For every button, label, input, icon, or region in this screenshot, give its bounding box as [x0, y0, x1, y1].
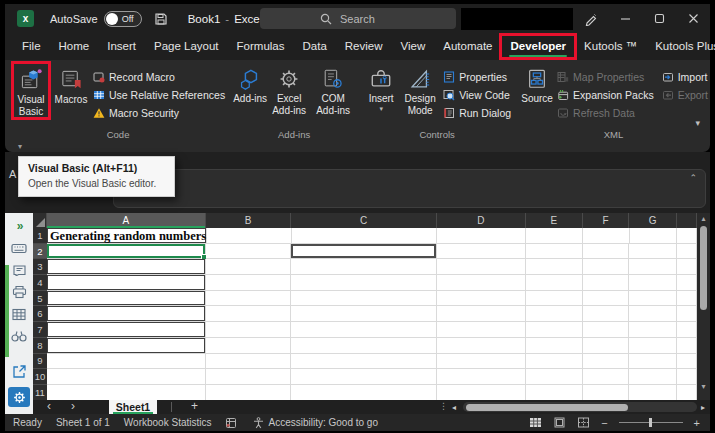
- cell-B3[interactable]: [206, 259, 291, 275]
- tab-view[interactable]: View: [392, 34, 435, 59]
- formula-input[interactable]: ⌃: [113, 169, 706, 208]
- cell-C10[interactable]: [291, 369, 436, 385]
- formula-bar-expand-icon[interactable]: ⌃: [689, 173, 697, 183]
- new-sheet-button[interactable]: +: [191, 400, 198, 413]
- select-all-corner[interactable]: [33, 213, 47, 228]
- cell-F5[interactable]: [583, 291, 630, 307]
- note-icon[interactable]: [12, 264, 27, 276]
- cell-F10[interactable]: [583, 369, 630, 385]
- cell-G1[interactable]: [630, 228, 678, 244]
- row-header-1[interactable]: 1: [33, 228, 47, 244]
- cell-C6[interactable]: [291, 306, 436, 322]
- cell-A10[interactable]: [47, 369, 206, 385]
- maximize-button[interactable]: [642, 4, 676, 33]
- column-header-g[interactable]: G: [629, 213, 677, 228]
- cell-G3[interactable]: [629, 259, 677, 275]
- tab-page-layout[interactable]: Page Layout: [145, 34, 228, 59]
- cell-D6[interactable]: [437, 306, 526, 322]
- expand-pane-icon[interactable]: »: [17, 219, 22, 233]
- row-header-4[interactable]: 4: [33, 275, 47, 291]
- autosave-control[interactable]: AutoSave Off: [50, 11, 142, 27]
- cell-E8[interactable]: [526, 338, 583, 354]
- row-header-8[interactable]: 8: [33, 338, 47, 354]
- add-ins-button[interactable]: Add-ins: [233, 63, 267, 105]
- cell-F3[interactable]: [583, 259, 630, 275]
- tab-automate[interactable]: Automate: [434, 34, 501, 59]
- tab-home[interactable]: Home: [50, 34, 99, 59]
- cell-E7[interactable]: [526, 322, 583, 338]
- cell-D8[interactable]: [437, 338, 526, 354]
- cell-F8[interactable]: [583, 338, 630, 354]
- cell-B10[interactable]: [206, 369, 291, 385]
- ink-pen-icon[interactable]: [574, 4, 608, 33]
- scroll-left-icon[interactable]: ◂: [452, 401, 456, 414]
- scroll-up-icon[interactable]: ▴: [701, 214, 705, 224]
- cell-C9[interactable]: [291, 354, 436, 370]
- zoom-slider-handle[interactable]: [649, 418, 652, 427]
- splitter-dots-icon[interactable]: ⋮: [439, 400, 448, 413]
- save-icon[interactable]: [148, 4, 174, 33]
- cell-B7[interactable]: [206, 322, 291, 338]
- autosave-toggle[interactable]: Off: [104, 11, 142, 27]
- cell-F9[interactable]: [583, 354, 630, 370]
- run-dialog-button[interactable]: Run Dialog: [443, 106, 511, 120]
- properties-button[interactable]: Properties: [443, 70, 511, 84]
- design-mode-button[interactable]: Design Mode: [399, 63, 441, 117]
- cell-B4[interactable]: [206, 275, 291, 291]
- cell-G7[interactable]: [629, 322, 677, 338]
- cell-E9[interactable]: [526, 354, 583, 370]
- import-button[interactable]: Import: [662, 70, 708, 84]
- vertical-scroll-thumb[interactable]: [700, 226, 707, 310]
- sheet-tab-sheet1[interactable]: Sheet1: [109, 400, 157, 414]
- prev-sheet-icon[interactable]: ‹: [47, 400, 51, 413]
- ribbon-options-chevron-icon[interactable]: ▾: [695, 118, 700, 128]
- cell-A5[interactable]: [47, 291, 206, 307]
- row-header-2[interactable]: 2: [33, 244, 47, 260]
- cell-B1[interactable]: [207, 228, 292, 244]
- cell-D9[interactable]: [437, 354, 526, 370]
- cell-B11[interactable]: [206, 385, 291, 400]
- keyboard-icon[interactable]: [11, 242, 27, 255]
- scroll-down-icon[interactable]: ▾: [701, 382, 705, 392]
- zoom-out-icon[interactable]: −: [601, 418, 607, 428]
- cell-A2[interactable]: [47, 244, 206, 260]
- cell-E1[interactable]: [526, 228, 583, 244]
- cell-E3[interactable]: [526, 259, 583, 275]
- cell-G4[interactable]: [629, 275, 677, 291]
- cell-G10[interactable]: [629, 369, 677, 385]
- cell-F7[interactable]: [583, 322, 630, 338]
- name-box[interactable]: A: [9, 168, 16, 180]
- ribbon-collapse-icon[interactable]: ▾: [18, 142, 22, 151]
- cell-G6[interactable]: [629, 306, 677, 322]
- cell-C3[interactable]: [291, 259, 436, 275]
- open-external-icon[interactable]: [12, 364, 27, 379]
- kutools-settings-gear-icon[interactable]: [8, 387, 30, 407]
- cell-D7[interactable]: [437, 322, 526, 338]
- horizontal-scroll-thumb[interactable]: [466, 404, 628, 411]
- page-layout-view-icon[interactable]: [553, 417, 566, 428]
- accessibility-status[interactable]: Accessibility: Good to go: [253, 417, 378, 429]
- cell-B5[interactable]: [206, 291, 291, 307]
- cell-E2[interactable]: [526, 244, 583, 260]
- cell-D5[interactable]: [437, 291, 526, 307]
- cell-E6[interactable]: [526, 306, 583, 322]
- sheet-count[interactable]: Sheet 1 of 1: [56, 417, 110, 428]
- scroll-right-icon[interactable]: ▸: [701, 401, 705, 414]
- cell-A1[interactable]: Generating random numbers: [47, 228, 207, 244]
- cell-C7[interactable]: [291, 322, 436, 338]
- cell-B6[interactable]: [206, 306, 291, 322]
- printer-icon[interactable]: [12, 285, 27, 299]
- cell-G9[interactable]: [629, 354, 677, 370]
- cell-C4[interactable]: [291, 275, 436, 291]
- cell-A4[interactable]: [47, 275, 206, 291]
- macro-recording-icon[interactable]: [225, 417, 237, 429]
- tab-insert[interactable]: Insert: [98, 34, 145, 59]
- row-header-5[interactable]: 5: [33, 291, 47, 307]
- cell-D3[interactable]: [437, 259, 526, 275]
- view-code-button[interactable]: View Code: [443, 88, 511, 102]
- workbook-statistics[interactable]: Workbook Statistics: [124, 417, 212, 428]
- com-add-ins-button[interactable]: COM Add-ins: [311, 63, 355, 117]
- use-relative-references-button[interactable]: Use Relative References: [93, 88, 225, 102]
- cell-C1[interactable]: [292, 228, 437, 244]
- row-header-10[interactable]: 10: [33, 369, 47, 385]
